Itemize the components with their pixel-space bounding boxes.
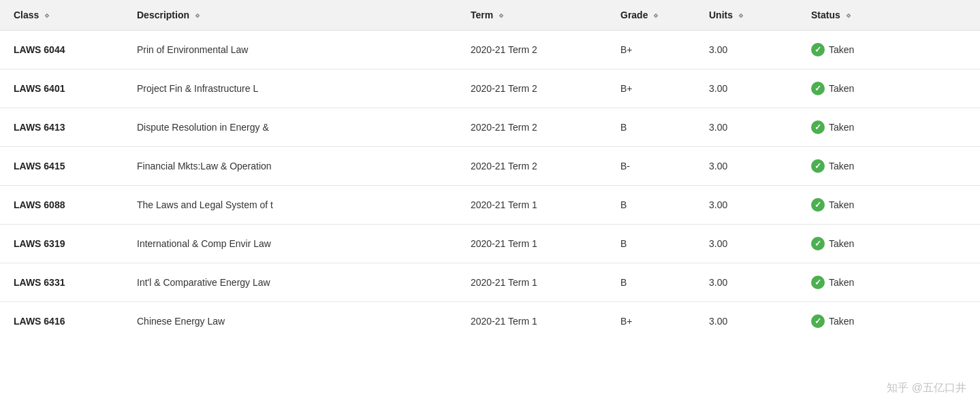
taken-icon-1 [811, 82, 825, 95]
taken-icon-7 [811, 314, 825, 328]
status-cell-6: Taken [811, 276, 966, 289]
cell-status-3: Taken [797, 147, 980, 186]
table-row: LAWS 6416 Chinese Energy Law 2020-21 Ter… [0, 302, 980, 341]
status-label-0: Taken [829, 44, 854, 55]
cell-units-5: 3.00 [695, 225, 797, 263]
sort-icon-grade[interactable]: ⋄ [653, 11, 659, 20]
table-row: LAWS 6331 Int'l & Comparative Energy Law… [0, 263, 980, 302]
sort-icon-term[interactable]: ⋄ [499, 11, 504, 20]
cell-description-2: Dispute Resolution in Energy & [123, 108, 457, 147]
status-label-3: Taken [829, 161, 854, 171]
table-header: Class ⋄ Description ⋄ Term ⋄ Grade ⋄ Uni… [0, 0, 980, 31]
sort-icon-status[interactable]: ⋄ [846, 11, 851, 20]
cell-grade-2: B [607, 108, 695, 147]
column-header-units[interactable]: Units ⋄ [695, 0, 797, 31]
column-header-description[interactable]: Description ⋄ [123, 0, 457, 31]
class-code-3: LAWS 6415 [14, 161, 65, 171]
taken-icon-4 [811, 198, 825, 212]
cell-term-4: 2020-21 Term 1 [457, 186, 607, 225]
cell-description-0: Prin of Environmental Law [123, 31, 457, 69]
cell-term-0: 2020-21 Term 2 [457, 31, 607, 69]
taken-icon-6 [811, 276, 825, 289]
class-code-6: LAWS 6331 [14, 277, 65, 288]
column-label-description: Description [137, 10, 189, 20]
cell-class-4: LAWS 6088 [0, 186, 123, 225]
class-code-5: LAWS 6319 [14, 238, 65, 249]
cell-grade-3: B- [607, 147, 695, 186]
status-cell-1: Taken [811, 82, 966, 95]
table-row: LAWS 6319 International & Comp Envir Law… [0, 225, 980, 263]
cell-status-6: Taken [797, 263, 980, 302]
cell-units-6: 3.00 [695, 263, 797, 302]
cell-class-7: LAWS 6416 [0, 302, 123, 341]
course-table-container: Class ⋄ Description ⋄ Term ⋄ Grade ⋄ Uni… [0, 0, 980, 409]
column-label-class: Class [14, 10, 39, 20]
cell-status-2: Taken [797, 108, 980, 147]
table-body: LAWS 6044 Prin of Environmental Law 2020… [0, 31, 980, 341]
course-table: Class ⋄ Description ⋄ Term ⋄ Grade ⋄ Uni… [0, 0, 980, 340]
status-label-1: Taken [829, 83, 854, 94]
cell-class-5: LAWS 6319 [0, 225, 123, 263]
column-label-units: Units [709, 10, 733, 20]
cell-term-1: 2020-21 Term 2 [457, 69, 607, 108]
cell-grade-0: B+ [607, 31, 695, 69]
column-header-term[interactable]: Term ⋄ [457, 0, 607, 31]
cell-units-3: 3.00 [695, 147, 797, 186]
cell-description-7: Chinese Energy Law [123, 302, 457, 341]
column-header-status[interactable]: Status ⋄ [797, 0, 980, 31]
status-cell-0: Taken [811, 43, 966, 56]
cell-units-7: 3.00 [695, 302, 797, 341]
status-cell-7: Taken [811, 314, 966, 328]
cell-status-4: Taken [797, 186, 980, 225]
cell-class-2: LAWS 6413 [0, 108, 123, 147]
cell-term-5: 2020-21 Term 1 [457, 225, 607, 263]
sort-icon-class[interactable]: ⋄ [44, 11, 50, 20]
cell-term-2: 2020-21 Term 2 [457, 108, 607, 147]
cell-status-1: Taken [797, 69, 980, 108]
cell-status-7: Taken [797, 302, 980, 341]
status-cell-5: Taken [811, 237, 966, 250]
status-label-4: Taken [829, 199, 854, 210]
cell-description-1: Project Fin & Infrastructure L [123, 69, 457, 108]
cell-term-3: 2020-21 Term 2 [457, 147, 607, 186]
status-label-2: Taken [829, 122, 854, 133]
cell-class-1: LAWS 6401 [0, 69, 123, 108]
header-row: Class ⋄ Description ⋄ Term ⋄ Grade ⋄ Uni… [0, 0, 980, 31]
table-row: LAWS 6044 Prin of Environmental Law 2020… [0, 31, 980, 69]
cell-grade-6: B [607, 263, 695, 302]
class-code-2: LAWS 6413 [14, 122, 65, 133]
status-label-6: Taken [829, 277, 854, 288]
sort-icon-description[interactable]: ⋄ [195, 11, 200, 20]
cell-class-6: LAWS 6331 [0, 263, 123, 302]
status-label-5: Taken [829, 238, 854, 249]
status-cell-4: Taken [811, 198, 966, 212]
taken-icon-3 [811, 159, 825, 173]
class-code-4: LAWS 6088 [14, 199, 65, 210]
status-cell-2: Taken [811, 120, 966, 134]
cell-description-4: The Laws and Legal System of t [123, 186, 457, 225]
taken-icon-2 [811, 120, 825, 134]
cell-status-0: Taken [797, 31, 980, 69]
cell-description-3: Financial Mkts:Law & Operation [123, 147, 457, 186]
cell-status-5: Taken [797, 225, 980, 263]
column-label-status: Status [811, 10, 840, 20]
sort-icon-units[interactable]: ⋄ [738, 11, 744, 20]
class-code-7: LAWS 6416 [14, 316, 65, 327]
cell-grade-7: B+ [607, 302, 695, 341]
cell-class-0: LAWS 6044 [0, 31, 123, 69]
cell-grade-5: B [607, 225, 695, 263]
column-label-grade: Grade [620, 10, 648, 20]
column-header-grade[interactable]: Grade ⋄ [607, 0, 695, 31]
table-row: LAWS 6088 The Laws and Legal System of t… [0, 186, 980, 225]
cell-description-5: International & Comp Envir Law [123, 225, 457, 263]
cell-units-0: 3.00 [695, 31, 797, 69]
cell-units-2: 3.00 [695, 108, 797, 147]
class-code-1: LAWS 6401 [14, 83, 65, 94]
cell-term-6: 2020-21 Term 1 [457, 263, 607, 302]
column-header-class[interactable]: Class ⋄ [0, 0, 123, 31]
taken-icon-0 [811, 43, 825, 56]
cell-grade-4: B [607, 186, 695, 225]
column-label-term: Term [471, 10, 493, 20]
class-code-0: LAWS 6044 [14, 44, 65, 55]
table-row: LAWS 6415 Financial Mkts:Law & Operation… [0, 147, 980, 186]
